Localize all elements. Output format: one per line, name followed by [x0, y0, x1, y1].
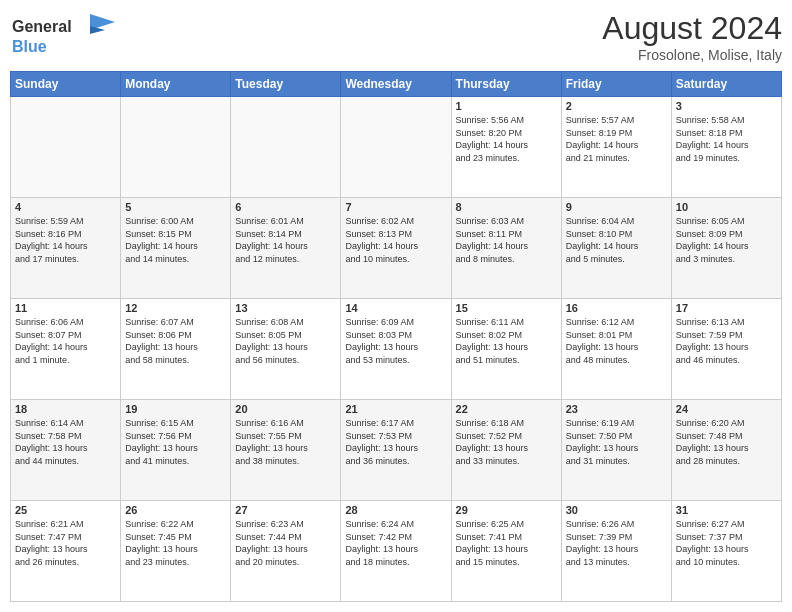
calendar-cell: 12Sunrise: 6:07 AMSunset: 8:06 PMDayligh…	[121, 299, 231, 400]
calendar-cell: 23Sunrise: 6:19 AMSunset: 7:50 PMDayligh…	[561, 400, 671, 501]
calendar-cell: 20Sunrise: 6:16 AMSunset: 7:55 PMDayligh…	[231, 400, 341, 501]
day-number: 31	[676, 504, 777, 516]
day-number: 25	[15, 504, 116, 516]
day-number: 22	[456, 403, 557, 415]
day-header-wednesday: Wednesday	[341, 72, 451, 97]
day-number: 9	[566, 201, 667, 213]
calendar-cell: 22Sunrise: 6:18 AMSunset: 7:52 PMDayligh…	[451, 400, 561, 501]
day-number: 24	[676, 403, 777, 415]
calendar-cell	[121, 97, 231, 198]
day-info: Sunrise: 6:00 AMSunset: 8:15 PMDaylight:…	[125, 215, 226, 265]
day-number: 12	[125, 302, 226, 314]
calendar-header-row: SundayMondayTuesdayWednesdayThursdayFrid…	[11, 72, 782, 97]
title-block: August 2024 Frosolone, Molise, Italy	[602, 10, 782, 63]
day-number: 15	[456, 302, 557, 314]
svg-text:General: General	[12, 18, 72, 35]
calendar-week-1: 1Sunrise: 5:56 AMSunset: 8:20 PMDaylight…	[11, 97, 782, 198]
calendar-cell: 15Sunrise: 6:11 AMSunset: 8:02 PMDayligh…	[451, 299, 561, 400]
day-number: 29	[456, 504, 557, 516]
day-header-thursday: Thursday	[451, 72, 561, 97]
day-info: Sunrise: 6:21 AMSunset: 7:47 PMDaylight:…	[15, 518, 116, 568]
day-info: Sunrise: 6:24 AMSunset: 7:42 PMDaylight:…	[345, 518, 446, 568]
day-number: 26	[125, 504, 226, 516]
day-number: 8	[456, 201, 557, 213]
day-info: Sunrise: 5:58 AMSunset: 8:18 PMDaylight:…	[676, 114, 777, 164]
calendar-cell: 10Sunrise: 6:05 AMSunset: 8:09 PMDayligh…	[671, 198, 781, 299]
month-year: August 2024	[602, 10, 782, 47]
day-number: 17	[676, 302, 777, 314]
calendar-cell: 4Sunrise: 5:59 AMSunset: 8:16 PMDaylight…	[11, 198, 121, 299]
day-info: Sunrise: 6:06 AMSunset: 8:07 PMDaylight:…	[15, 316, 116, 366]
calendar-cell: 25Sunrise: 6:21 AMSunset: 7:47 PMDayligh…	[11, 501, 121, 602]
calendar-cell: 21Sunrise: 6:17 AMSunset: 7:53 PMDayligh…	[341, 400, 451, 501]
day-info: Sunrise: 6:15 AMSunset: 7:56 PMDaylight:…	[125, 417, 226, 467]
day-info: Sunrise: 6:22 AMSunset: 7:45 PMDaylight:…	[125, 518, 226, 568]
day-number: 16	[566, 302, 667, 314]
day-info: Sunrise: 6:04 AMSunset: 8:10 PMDaylight:…	[566, 215, 667, 265]
day-number: 19	[125, 403, 226, 415]
day-info: Sunrise: 6:05 AMSunset: 8:09 PMDaylight:…	[676, 215, 777, 265]
calendar-cell: 8Sunrise: 6:03 AMSunset: 8:11 PMDaylight…	[451, 198, 561, 299]
page: General Blue August 2024 Frosolone, Moli…	[0, 0, 792, 612]
day-info: Sunrise: 6:27 AMSunset: 7:37 PMDaylight:…	[676, 518, 777, 568]
day-info: Sunrise: 6:17 AMSunset: 7:53 PMDaylight:…	[345, 417, 446, 467]
calendar-cell: 19Sunrise: 6:15 AMSunset: 7:56 PMDayligh…	[121, 400, 231, 501]
day-number: 11	[15, 302, 116, 314]
calendar-cell: 2Sunrise: 5:57 AMSunset: 8:19 PMDaylight…	[561, 97, 671, 198]
day-info: Sunrise: 6:02 AMSunset: 8:13 PMDaylight:…	[345, 215, 446, 265]
calendar-cell: 18Sunrise: 6:14 AMSunset: 7:58 PMDayligh…	[11, 400, 121, 501]
calendar-cell: 6Sunrise: 6:01 AMSunset: 8:14 PMDaylight…	[231, 198, 341, 299]
calendar-week-4: 18Sunrise: 6:14 AMSunset: 7:58 PMDayligh…	[11, 400, 782, 501]
day-number: 5	[125, 201, 226, 213]
day-header-monday: Monday	[121, 72, 231, 97]
calendar-cell	[11, 97, 121, 198]
day-number: 21	[345, 403, 446, 415]
day-number: 13	[235, 302, 336, 314]
day-number: 3	[676, 100, 777, 112]
calendar-cell	[231, 97, 341, 198]
day-number: 2	[566, 100, 667, 112]
day-info: Sunrise: 6:08 AMSunset: 8:05 PMDaylight:…	[235, 316, 336, 366]
logo-svg: General Blue	[10, 10, 120, 58]
calendar-cell: 11Sunrise: 6:06 AMSunset: 8:07 PMDayligh…	[11, 299, 121, 400]
day-info: Sunrise: 6:25 AMSunset: 7:41 PMDaylight:…	[456, 518, 557, 568]
day-number: 27	[235, 504, 336, 516]
logo: General Blue	[10, 10, 120, 58]
calendar-cell	[341, 97, 451, 198]
calendar-cell: 28Sunrise: 6:24 AMSunset: 7:42 PMDayligh…	[341, 501, 451, 602]
day-number: 30	[566, 504, 667, 516]
calendar-table: SundayMondayTuesdayWednesdayThursdayFrid…	[10, 71, 782, 602]
day-header-friday: Friday	[561, 72, 671, 97]
calendar-cell: 24Sunrise: 6:20 AMSunset: 7:48 PMDayligh…	[671, 400, 781, 501]
calendar-cell: 27Sunrise: 6:23 AMSunset: 7:44 PMDayligh…	[231, 501, 341, 602]
day-number: 4	[15, 201, 116, 213]
day-info: Sunrise: 6:20 AMSunset: 7:48 PMDaylight:…	[676, 417, 777, 467]
day-info: Sunrise: 6:09 AMSunset: 8:03 PMDaylight:…	[345, 316, 446, 366]
day-info: Sunrise: 6:13 AMSunset: 7:59 PMDaylight:…	[676, 316, 777, 366]
day-header-tuesday: Tuesday	[231, 72, 341, 97]
day-info: Sunrise: 6:19 AMSunset: 7:50 PMDaylight:…	[566, 417, 667, 467]
day-header-saturday: Saturday	[671, 72, 781, 97]
calendar-week-3: 11Sunrise: 6:06 AMSunset: 8:07 PMDayligh…	[11, 299, 782, 400]
header: General Blue August 2024 Frosolone, Moli…	[10, 10, 782, 63]
day-number: 10	[676, 201, 777, 213]
day-info: Sunrise: 6:01 AMSunset: 8:14 PMDaylight:…	[235, 215, 336, 265]
day-number: 28	[345, 504, 446, 516]
day-number: 23	[566, 403, 667, 415]
calendar-cell: 1Sunrise: 5:56 AMSunset: 8:20 PMDaylight…	[451, 97, 561, 198]
day-info: Sunrise: 6:07 AMSunset: 8:06 PMDaylight:…	[125, 316, 226, 366]
day-number: 1	[456, 100, 557, 112]
day-info: Sunrise: 6:14 AMSunset: 7:58 PMDaylight:…	[15, 417, 116, 467]
calendar-cell: 5Sunrise: 6:00 AMSunset: 8:15 PMDaylight…	[121, 198, 231, 299]
day-info: Sunrise: 6:18 AMSunset: 7:52 PMDaylight:…	[456, 417, 557, 467]
day-info: Sunrise: 6:26 AMSunset: 7:39 PMDaylight:…	[566, 518, 667, 568]
day-info: Sunrise: 6:23 AMSunset: 7:44 PMDaylight:…	[235, 518, 336, 568]
calendar-week-2: 4Sunrise: 5:59 AMSunset: 8:16 PMDaylight…	[11, 198, 782, 299]
calendar-cell: 26Sunrise: 6:22 AMSunset: 7:45 PMDayligh…	[121, 501, 231, 602]
day-info: Sunrise: 6:03 AMSunset: 8:11 PMDaylight:…	[456, 215, 557, 265]
calendar-cell: 31Sunrise: 6:27 AMSunset: 7:37 PMDayligh…	[671, 501, 781, 602]
day-info: Sunrise: 5:57 AMSunset: 8:19 PMDaylight:…	[566, 114, 667, 164]
day-number: 20	[235, 403, 336, 415]
calendar-cell: 30Sunrise: 6:26 AMSunset: 7:39 PMDayligh…	[561, 501, 671, 602]
calendar-cell: 17Sunrise: 6:13 AMSunset: 7:59 PMDayligh…	[671, 299, 781, 400]
